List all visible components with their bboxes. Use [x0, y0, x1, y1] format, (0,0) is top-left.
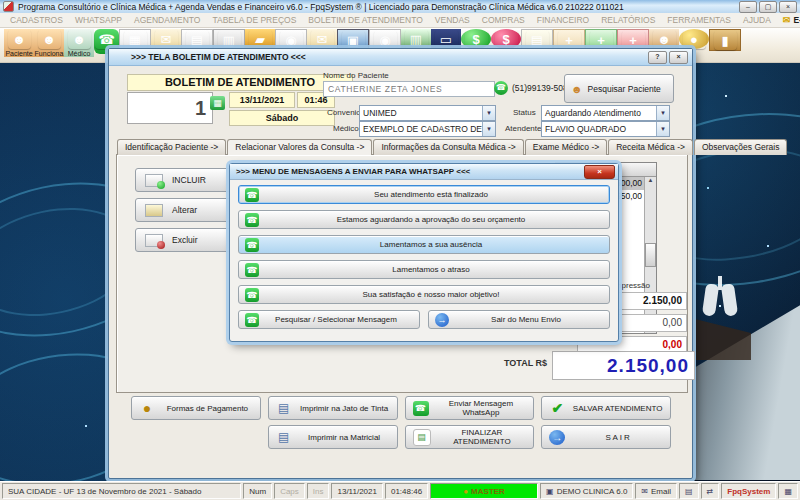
- menu-relatorios[interactable]: RELATÓRIOS: [595, 15, 661, 25]
- sair-menu-envio-button[interactable]: →Sair do Menu Envio: [428, 310, 610, 329]
- dialog-titlebar[interactable]: >>> MENU DE MENSAGENS A ENVIAR PARA WHAT…: [230, 164, 618, 180]
- medico-icon[interactable]: ☻Médico: [64, 29, 94, 57]
- status-label: Status: [513, 108, 536, 117]
- correio-icon[interactable]: ✉: [151, 29, 181, 49]
- window-titlebar[interactable]: >>> TELA BOLETIM DE ATENDIMENTO <<< ? ×: [109, 49, 692, 66]
- imprimir-jato-button[interactable]: ▤Imprimir na Jato de Tinta: [268, 396, 398, 420]
- record-icon: [145, 234, 163, 247]
- formas-pagamento-button[interactable]: ●Formas de Pagamento: [131, 396, 261, 420]
- despesas-icon[interactable]: $: [491, 29, 521, 49]
- finalizar-atendimento-button[interactable]: ▤FINALIZAR ATENDIMENTO: [405, 425, 535, 449]
- action-icon: ▤: [276, 401, 292, 416]
- correio2-icon[interactable]: ✉: [307, 29, 337, 49]
- scroll-thumb[interactable]: [645, 243, 656, 267]
- cartao-icon[interactable]: ▭: [431, 29, 461, 49]
- tab-exame-medico[interactable]: Exame Médico ->: [525, 139, 607, 155]
- bottom-actions: ●Formas de Pagamento▤Imprimir na Jato de…: [131, 396, 671, 449]
- msg-lamentamos-ausencia-button[interactable]: ☎Lamentamos a sua ausência: [238, 235, 610, 254]
- close-button[interactable]: ×: [779, 1, 797, 13]
- dialog-title: >>> MENU DE MENSAGENS A ENVIAR PARA WHAT…: [236, 167, 470, 176]
- status-icon: ●: [463, 487, 468, 496]
- convenio-select[interactable]: UNIMED: [359, 105, 496, 121]
- scroll-up-icon[interactable]: ▲: [648, 177, 654, 183]
- status-email: ✉Email: [635, 483, 677, 499]
- receitas-icon[interactable]: $: [461, 29, 491, 49]
- menu-agendamento[interactable]: AGENDAMENTO: [128, 15, 206, 25]
- atendente-select[interactable]: FLAVIO QUADRADO: [541, 121, 670, 137]
- menu-cadastros[interactable]: CADASTROS: [4, 15, 69, 25]
- relatorio-icon[interactable]: ☻: [649, 29, 679, 49]
- status-caps: Caps: [274, 483, 305, 499]
- record-icon: [145, 174, 163, 187]
- grand-total-value: 2.150,00: [552, 351, 695, 380]
- minimize-button[interactable]: –: [739, 1, 757, 13]
- menu-financeiro[interactable]: FINANCEIRO: [531, 15, 595, 25]
- tab-informacoes-consulta[interactable]: Informações da Consulta Médica ->: [373, 139, 523, 155]
- medico-select[interactable]: EXEMPLO DE CADASTRO DE MÉDICO: [359, 121, 496, 137]
- boletim-number-field[interactable]: 1: [127, 92, 213, 124]
- status-icon: ✉: [641, 487, 648, 496]
- dialog-close-button[interactable]: ×: [584, 165, 615, 179]
- maximize-button[interactable]: ▢: [759, 1, 777, 13]
- menu-ajuda[interactable]: AJUDA: [737, 15, 777, 25]
- pesquisar-mensagem-button[interactable]: ☎Pesquisar / Selecionar Mensagem: [238, 310, 420, 329]
- tab-receita-medica[interactable]: Receita Médica ->: [608, 139, 693, 155]
- menu-ferramentas[interactable]: FERRAMENTAS: [661, 15, 737, 25]
- menu-vendas[interactable]: VENDAS: [429, 15, 476, 25]
- moeda-icon[interactable]: ●: [679, 29, 709, 49]
- msg-satisfacao-button[interactable]: ☎Sua satisfação é nosso maior objetivo!: [238, 285, 610, 304]
- menu-email[interactable]: ✉E-MAIL: [777, 15, 800, 25]
- msg-aprovacao-orcamento-button[interactable]: ☎Estamos aguardando a aprovação do seu o…: [238, 210, 610, 229]
- patient-name-input[interactable]: CATHERINE ZETA JONES: [323, 81, 495, 97]
- whatsapp-icon: ☎: [245, 313, 259, 327]
- pasta-icon[interactable]: ▰: [245, 29, 275, 49]
- msg-lamentamos-atraso-button[interactable]: ☎Lamentamos o atraso: [238, 260, 610, 279]
- sair-button[interactable]: →S A I R: [541, 425, 671, 449]
- menu-tabela-de-precos[interactable]: TABELA DE PREÇOS: [206, 15, 302, 25]
- date-field: 13/11/2021: [229, 92, 295, 108]
- status-icon: ▤: [685, 487, 693, 496]
- tab-identificacao-paciente[interactable]: Identificação Paciente ->: [117, 139, 226, 155]
- enviar-whatsapp-button[interactable]: ☎Enviar Mensagem WhatsApp: [405, 396, 535, 420]
- window-close-button[interactable]: ×: [669, 51, 688, 64]
- sair-icon[interactable]: ▮: [709, 29, 741, 51]
- tab-relacionar-valores[interactable]: Relacionar Valores da Consulta ->: [227, 139, 372, 155]
- menu-compras[interactable]: COMPRAS: [476, 15, 531, 25]
- statusbar: SUA CIDADE - UF 13 de Novembro de 2021 -…: [0, 481, 800, 500]
- imprimir-matricial-button[interactable]: ▤Imprimir na Matricial: [268, 425, 398, 449]
- menu-whatsapp[interactable]: WHATSAPP: [69, 15, 128, 25]
- help-button[interactable]: ?: [648, 51, 667, 64]
- funcionario-icon[interactable]: ☻Funciona: [34, 29, 64, 57]
- status-select[interactable]: Aguardando Atendimento: [541, 105, 670, 121]
- action-icon: ✔: [549, 401, 565, 416]
- incluir-button[interactable]: INCLUIR: [135, 168, 243, 192]
- status-badge-icon: ▦: [778, 483, 798, 499]
- menu-boletim-de-atendimento[interactable]: BOLETIM DE ATENDIMENTO: [302, 15, 428, 25]
- paciente-icon[interactable]: ☻Paciente: [4, 29, 34, 57]
- whatsapp-phone-icon[interactable]: ☎: [494, 81, 508, 95]
- status-date: 13/11/2021: [331, 483, 382, 499]
- app-titlebar: Programa Consultório e Clínica Médica + …: [0, 0, 800, 13]
- boletim-label: BOLETIM DE ATENDIMENTO: [127, 74, 353, 91]
- action-icon: ●: [139, 401, 155, 416]
- alterar-button[interactable]: Alterar: [135, 198, 243, 222]
- people-icon: ☻: [571, 83, 583, 95]
- dialog-body: ☎Seu atendimento está finalizado☎Estamos…: [238, 185, 610, 329]
- window-title: >>> TELA BOLETIM DE ATENDIMENTO <<<: [131, 52, 306, 62]
- tab-observacoes-gerais[interactable]: Observações Gerais: [694, 139, 787, 155]
- excluir-button[interactable]: Excluir: [135, 228, 243, 252]
- total-label: TOTAL R$: [417, 358, 547, 368]
- status-brand: FpqSystem: [721, 483, 776, 499]
- tab-strip: Identificação Paciente ->Relacionar Valo…: [117, 139, 788, 155]
- status-icon: ▦: [784, 487, 792, 496]
- calendar-icon[interactable]: ▦: [210, 96, 225, 110]
- salvar-atendimento-button[interactable]: ✔SALVAR ATENDIMENTO: [541, 396, 671, 420]
- pesquisar-paciente-button[interactable]: ☻ Pesquisar Paciente: [564, 74, 674, 103]
- status-ins: Ins: [307, 483, 330, 499]
- whatsapp-icon: ☎: [245, 288, 259, 302]
- dinheiro-icon[interactable]: ▥: [401, 29, 431, 49]
- status-icon: ⇄: [707, 487, 714, 496]
- msg-atendimento-finalizado-button[interactable]: ☎Seu atendimento está finalizado: [238, 185, 610, 204]
- whatsapp-icon: ☎: [245, 238, 259, 252]
- patient-name-label: Nome do Paciente: [323, 71, 389, 80]
